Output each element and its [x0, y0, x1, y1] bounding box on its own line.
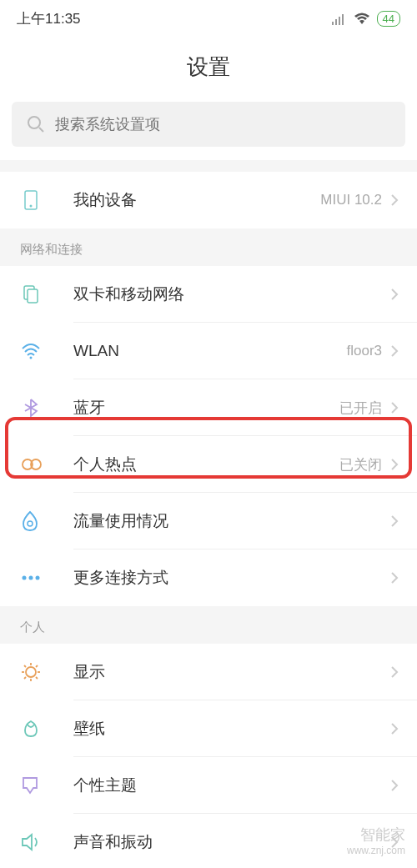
display-icon	[20, 661, 73, 683]
svg-line-22	[24, 665, 26, 667]
wallpaper-item[interactable]: 壁纸	[0, 700, 417, 757]
status-time: 上午11:35	[17, 9, 81, 28]
device-section: 我的设备 MIUI 10.2	[0, 172, 417, 228]
theme-icon	[20, 775, 73, 796]
svg-point-4	[28, 117, 40, 128]
search-container	[0, 102, 417, 160]
data-usage-icon	[20, 510, 73, 532]
search-box[interactable]	[12, 102, 405, 147]
svg-point-16	[36, 576, 40, 580]
item-label: 我的设备	[73, 189, 320, 211]
hotspot-item[interactable]: 个人热点 已关闭	[0, 436, 417, 493]
my-device-item[interactable]: 我的设备 MIUI 10.2	[0, 172, 417, 228]
item-label: WLAN	[73, 342, 346, 360]
svg-rect-2	[339, 17, 340, 25]
svg-point-14	[23, 576, 27, 580]
item-value: floor3	[346, 343, 382, 359]
item-label: 更多连接方式	[73, 567, 390, 589]
status-right: 44	[332, 11, 400, 27]
svg-rect-1	[335, 19, 337, 25]
item-value: 已开启	[339, 399, 382, 418]
svg-point-15	[29, 576, 33, 580]
search-icon	[27, 115, 45, 133]
item-label: 个性主题	[73, 775, 390, 796]
item-label: 声音和振动	[73, 831, 390, 853]
sim-item[interactable]: 双卡和移动网络	[0, 266, 417, 323]
svg-point-13	[28, 521, 33, 526]
item-label: 个人热点	[73, 454, 339, 475]
wallpaper-icon	[20, 718, 73, 740]
chevron-right-icon	[390, 665, 399, 679]
sim-icon	[20, 283, 73, 305]
page-header: 设置	[0, 38, 417, 102]
svg-line-5	[39, 128, 43, 132]
data-usage-item[interactable]: 流量使用情况	[0, 493, 417, 549]
network-list: 双卡和移动网络 WLAN floor3 蓝牙 已开启 个人热点 已关闭 流量使用…	[0, 266, 417, 606]
item-label: 壁纸	[73, 718, 390, 740]
item-label: 显示	[73, 661, 390, 683]
chevron-right-icon	[390, 401, 399, 414]
theme-item[interactable]: 个性主题	[0, 757, 417, 814]
sound-icon	[20, 832, 73, 852]
signal-icon	[332, 13, 347, 25]
item-label: 流量使用情况	[73, 510, 390, 532]
item-label: 蓝牙	[73, 397, 339, 419]
more-connections-item[interactable]: 更多连接方式	[0, 549, 417, 606]
chevron-right-icon	[390, 571, 399, 585]
watermark: 智能家 www.znj.com	[347, 826, 405, 856]
svg-line-23	[36, 677, 38, 679]
svg-point-7	[30, 205, 33, 208]
status-bar: 上午11:35 44	[0, 0, 417, 38]
chevron-right-icon	[390, 193, 399, 207]
bluetooth-icon	[20, 397, 73, 419]
bluetooth-item[interactable]: 蓝牙 已开启	[0, 379, 417, 436]
more-icon	[20, 574, 73, 581]
chevron-right-icon	[390, 288, 399, 301]
personal-section-title: 个人	[0, 606, 417, 644]
hotspot-icon	[20, 456, 73, 473]
battery-indicator: 44	[377, 11, 400, 27]
search-input[interactable]	[55, 116, 390, 133]
chevron-right-icon	[390, 779, 399, 792]
item-value: 已关闭	[339, 455, 382, 474]
wlan-item[interactable]: WLAN floor3	[0, 323, 417, 379]
svg-line-24	[24, 677, 26, 679]
chevron-right-icon	[390, 722, 399, 735]
svg-rect-3	[342, 14, 344, 25]
page-title: 设置	[0, 53, 417, 82]
item-label: 双卡和移动网络	[73, 283, 390, 305]
chevron-right-icon	[390, 458, 399, 471]
wifi-status-icon	[354, 13, 370, 26]
svg-rect-0	[332, 22, 334, 25]
svg-point-10	[30, 357, 33, 359]
chevron-right-icon	[390, 344, 399, 358]
chevron-right-icon	[390, 514, 399, 528]
device-icon	[20, 189, 73, 211]
display-item[interactable]: 显示	[0, 644, 417, 700]
wifi-icon	[20, 342, 73, 360]
network-section-title: 网络和连接	[0, 228, 417, 266]
svg-line-25	[36, 665, 38, 667]
item-value: MIUI 10.2	[320, 192, 382, 208]
svg-point-17	[26, 667, 36, 677]
svg-rect-9	[28, 289, 38, 303]
